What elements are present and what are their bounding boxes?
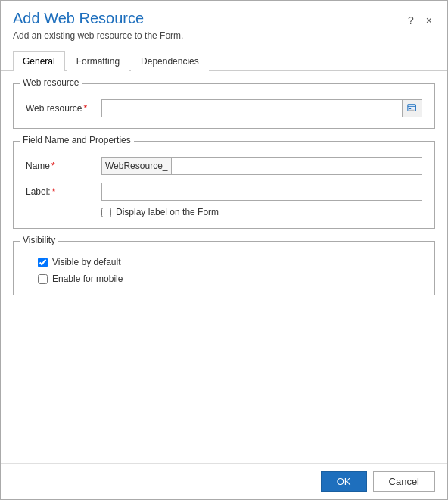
- label-required-star: *: [52, 186, 56, 197]
- name-label: Name *: [26, 161, 101, 171]
- display-label-row: Display label on the Form: [101, 207, 422, 217]
- label-row: Label: *: [26, 183, 422, 201]
- web-resource-legend: Web resource: [20, 77, 82, 88]
- web-resource-section: Web resource Web resource *: [13, 83, 435, 129]
- web-resource-required-star: *: [83, 103, 87, 114]
- dialog-title: Add Web Resource: [13, 10, 183, 27]
- svg-rect-4: [409, 110, 414, 111]
- visible-by-default-checkbox[interactable]: [38, 258, 48, 267]
- name-suffix-input[interactable]: [171, 157, 423, 175]
- label-label: Label: *: [26, 186, 101, 197]
- visibility-section: Visibility Visible by default Enable for…: [13, 241, 435, 295]
- close-button[interactable]: ×: [423, 13, 435, 28]
- svg-rect-2: [409, 108, 411, 109]
- field-name-section: Field Name and Properties Name * WebReso…: [13, 141, 435, 229]
- dialog-title-area: Add Web Resource Add an existing web res…: [13, 10, 183, 41]
- name-row: Name * WebResource_: [26, 157, 422, 175]
- web-resource-lookup-button[interactable]: [403, 99, 422, 117]
- lookup-icon: [407, 103, 418, 114]
- display-label-text: Display label on the Form: [116, 207, 219, 217]
- tab-formatting[interactable]: Formatting: [67, 51, 129, 71]
- web-resource-label: Web resource *: [26, 103, 101, 114]
- name-prefix: WebResource_: [101, 157, 171, 175]
- visibility-legend: Visibility: [20, 235, 58, 245]
- label-input-wrap: [101, 183, 422, 201]
- dialog-header: Add Web Resource Add an existing web res…: [1, 1, 447, 44]
- dialog-footer: OK Cancel: [1, 463, 447, 499]
- web-resource-row: Web resource *: [26, 99, 422, 117]
- web-resource-input[interactable]: [101, 99, 403, 117]
- enable-for-mobile-checkbox[interactable]: [38, 274, 48, 284]
- dialog-subtitle: Add an existing web resource to the Form…: [13, 30, 183, 41]
- tab-general[interactable]: General: [13, 51, 65, 71]
- name-required-star: *: [51, 161, 55, 171]
- tabs-bar: General Formatting Dependencies: [1, 50, 447, 71]
- visible-by-default-row: Visible by default: [38, 257, 422, 267]
- tab-dependencies[interactable]: Dependencies: [131, 51, 209, 71]
- ok-button[interactable]: OK: [321, 471, 367, 492]
- label-input[interactable]: [101, 183, 422, 201]
- cancel-button[interactable]: Cancel: [373, 471, 435, 492]
- enable-for-mobile-row: Enable for mobile: [38, 273, 422, 284]
- help-button[interactable]: ?: [405, 13, 417, 28]
- web-resource-input-wrap: [101, 99, 422, 117]
- enable-for-mobile-label: Enable for mobile: [52, 273, 123, 284]
- field-name-legend: Field Name and Properties: [20, 135, 134, 145]
- visible-by-default-label: Visible by default: [52, 257, 121, 267]
- dialog-body: Web resource Web resource *: [1, 71, 447, 463]
- display-label-checkbox[interactable]: [101, 208, 111, 217]
- name-input-wrap: WebResource_: [101, 157, 422, 175]
- dialog-controls: ? ×: [405, 13, 435, 28]
- svg-rect-3: [412, 108, 415, 108]
